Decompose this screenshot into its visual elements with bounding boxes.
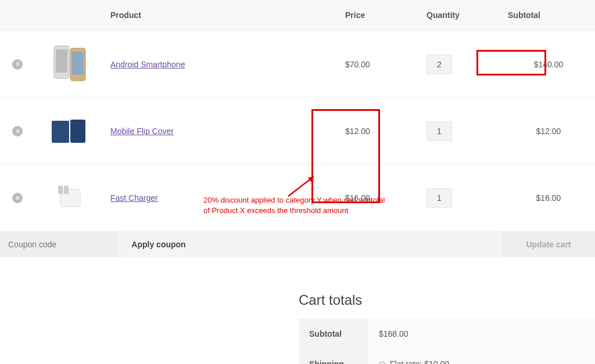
remove-icon[interactable]: ✕ xyxy=(12,126,23,136)
svg-rect-4 xyxy=(52,121,69,143)
svg-rect-6 xyxy=(60,189,80,207)
cart-actions-row: Apply coupon Update cart xyxy=(0,232,595,258)
shipping-option-label: Flat rate: $10.00 xyxy=(390,359,449,364)
cart-table: Product Price Quantity Subtotal ✕ Androi… xyxy=(0,0,595,257)
apply-coupon-button[interactable]: Apply coupon xyxy=(118,232,199,257)
col-product-header: Product xyxy=(105,0,339,31)
quantity-input[interactable]: 1 xyxy=(426,188,452,208)
product-thumbnail[interactable] xyxy=(49,178,90,218)
update-cart-button[interactable]: Update cart xyxy=(502,232,595,257)
cart-totals-table: Subtotal $168.00 Shipping Flat rate: $10… xyxy=(299,319,595,364)
totals-subtotal-label: Subtotal xyxy=(299,319,368,349)
svg-rect-8 xyxy=(64,186,69,194)
col-subtotal-header: Subtotal xyxy=(502,0,595,31)
subtotal-cell: $16.00 xyxy=(502,165,595,232)
coupon-code-input[interactable] xyxy=(0,232,118,257)
product-link[interactable]: Android Smartphone xyxy=(110,60,185,69)
quantity-input[interactable]: 2 xyxy=(426,55,452,74)
annotation-text: 20% discount applied to category Y when … xyxy=(203,195,389,216)
svg-rect-1 xyxy=(56,49,67,73)
remove-icon[interactable]: ✕ xyxy=(12,193,23,203)
table-row: ✕ Mobile Flip Cover $12.00 1 $12.00 xyxy=(0,98,595,165)
product-link[interactable]: Fast Charger xyxy=(110,193,158,203)
table-row: ✕ Android Smartphone $70.00 2 $140.00 xyxy=(0,31,595,98)
col-price-header: Price xyxy=(339,0,421,31)
product-thumbnail[interactable] xyxy=(49,44,90,84)
cart-totals-section: Cart totals Subtotal $168.00 Shipping Fl… xyxy=(299,292,595,364)
col-thumb-header xyxy=(35,0,105,31)
price-cell: $70.00 xyxy=(339,31,421,98)
svg-rect-7 xyxy=(58,186,63,194)
quantity-input[interactable]: 1 xyxy=(426,121,452,141)
col-qty-header: Quantity xyxy=(421,0,502,31)
price-cell: $12.00 xyxy=(339,98,421,165)
totals-shipping-cell: Flat rate: $10.00 xyxy=(368,349,595,364)
subtotal-cell: $140.00 xyxy=(502,31,595,98)
col-remove-header xyxy=(0,0,35,31)
product-link[interactable]: Mobile Flip Cover xyxy=(110,127,174,136)
subtotal-cell: $12.00 xyxy=(502,98,595,165)
totals-subtotal-value: $168.00 xyxy=(368,319,595,349)
totals-shipping-label: Shipping xyxy=(299,349,368,364)
radio-icon[interactable] xyxy=(379,362,385,364)
remove-icon[interactable]: ✕ xyxy=(12,59,23,70)
svg-rect-5 xyxy=(70,120,85,143)
svg-rect-3 xyxy=(72,52,84,75)
cart-totals-title: Cart totals xyxy=(299,292,595,308)
product-thumbnail[interactable] xyxy=(49,111,90,152)
